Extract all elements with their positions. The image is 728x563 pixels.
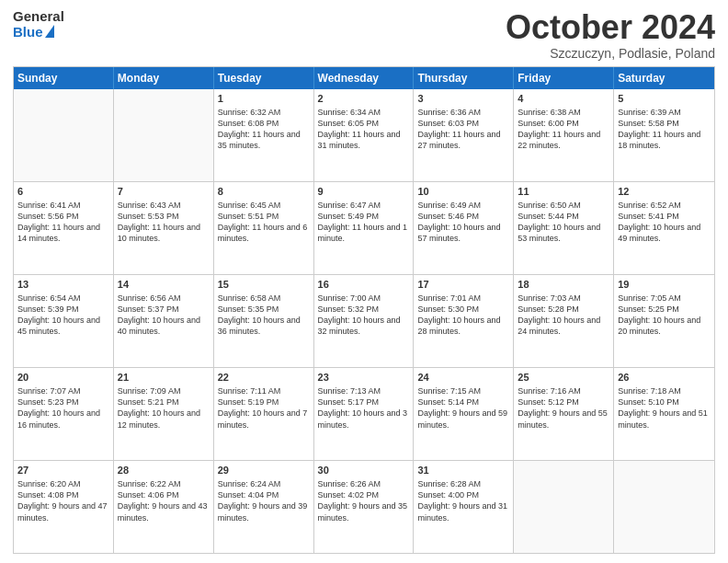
cell-info: Sunrise: 6:56 AM Sunset: 5:37 PM Dayligh… [118,293,210,338]
calendar-cell: 10Sunrise: 6:49 AM Sunset: 5:46 PM Dayli… [414,182,514,274]
calendar-cell: 6Sunrise: 6:41 AM Sunset: 5:56 PM Daylig… [14,182,114,274]
calendar-cell: 31Sunrise: 6:28 AM Sunset: 4:00 PM Dayli… [414,461,514,553]
cell-date-number: 3 [417,92,509,105]
calendar-cell: 12Sunrise: 6:52 AM Sunset: 5:41 PM Dayli… [614,182,714,274]
calendar-cell: 19Sunrise: 7:05 AM Sunset: 5:25 PM Dayli… [614,275,714,367]
calendar-cell: 21Sunrise: 7:09 AM Sunset: 5:21 PM Dayli… [114,368,214,460]
logo-general: General [13,9,64,25]
day-header-wednesday: Wednesday [314,67,415,89]
logo-box: General Blue [13,9,64,40]
cell-info: Sunrise: 7:03 AM Sunset: 5:28 PM Dayligh… [518,293,609,338]
day-header-thursday: Thursday [414,67,514,89]
calendar-cell: 14Sunrise: 6:56 AM Sunset: 5:37 PM Dayli… [114,275,214,367]
cell-info: Sunrise: 7:01 AM Sunset: 5:30 PM Dayligh… [417,293,509,338]
calendar-row-3: 20Sunrise: 7:07 AM Sunset: 5:23 PM Dayli… [14,367,714,460]
calendar-cell: 20Sunrise: 7:07 AM Sunset: 5:23 PM Dayli… [14,368,114,460]
cell-date-number: 13 [17,278,109,291]
cell-date-number: 28 [118,464,210,477]
cell-info: Sunrise: 6:28 AM Sunset: 4:00 PM Dayligh… [417,478,509,523]
cell-info: Sunrise: 7:07 AM Sunset: 5:23 PM Dayligh… [17,385,109,431]
cell-info: Sunrise: 6:34 AM Sunset: 6:05 PM Dayligh… [318,107,410,152]
cell-info: Sunrise: 7:11 AM Sunset: 5:19 PM Dayligh… [218,385,310,431]
cell-info: Sunrise: 6:36 AM Sunset: 6:03 PM Dayligh… [417,107,509,152]
calendar-row-4: 27Sunrise: 6:20 AM Sunset: 4:08 PM Dayli… [14,460,714,553]
cell-info: Sunrise: 6:49 AM Sunset: 5:46 PM Dayligh… [417,200,509,245]
cell-info: Sunrise: 6:52 AM Sunset: 5:41 PM Dayligh… [618,200,711,245]
calendar-cell: 16Sunrise: 7:00 AM Sunset: 5:32 PM Dayli… [314,275,415,367]
cell-date-number: 1 [218,92,310,105]
calendar: SundayMondayTuesdayWednesdayThursdayFrid… [13,66,715,554]
calendar-cell: 11Sunrise: 6:50 AM Sunset: 5:44 PM Dayli… [514,182,614,274]
cell-date-number: 5 [618,92,711,105]
cell-date-number: 16 [318,278,410,291]
calendar-cell: 24Sunrise: 7:15 AM Sunset: 5:14 PM Dayli… [414,368,514,460]
header: General Blue October 2024 Szczuczyn, Pod… [13,9,715,61]
calendar-cell: 7Sunrise: 6:43 AM Sunset: 5:53 PM Daylig… [114,182,214,274]
calendar-cell [514,461,614,553]
cell-date-number: 22 [218,371,310,384]
calendar-cell: 5Sunrise: 6:39 AM Sunset: 5:58 PM Daylig… [614,89,714,181]
cell-date-number: 14 [118,278,210,291]
cell-date-number: 23 [318,371,410,384]
calendar-cell: 27Sunrise: 6:20 AM Sunset: 4:08 PM Dayli… [14,461,114,553]
page: General Blue October 2024 Szczuczyn, Pod… [0,0,728,563]
logo-flag-icon [45,25,54,38]
cell-date-number: 6 [17,185,109,198]
calendar-cell: 29Sunrise: 6:24 AM Sunset: 4:04 PM Dayli… [214,461,314,553]
calendar-cell [614,461,714,553]
cell-date-number: 9 [318,185,410,198]
cell-date-number: 10 [417,185,509,198]
cell-date-number: 25 [518,371,609,384]
cell-date-number: 19 [618,278,711,291]
calendar-body: 1Sunrise: 6:32 AM Sunset: 6:08 PM Daylig… [14,89,714,553]
calendar-header: SundayMondayTuesdayWednesdayThursdayFrid… [14,67,714,89]
cell-date-number: 12 [618,185,711,198]
title-area: October 2024 Szczuczyn, Podlasie, Poland [506,9,715,61]
cell-date-number: 15 [218,278,310,291]
cell-info: Sunrise: 6:43 AM Sunset: 5:53 PM Dayligh… [118,200,210,245]
calendar-cell: 3Sunrise: 6:36 AM Sunset: 6:03 PM Daylig… [414,89,514,181]
calendar-row-1: 6Sunrise: 6:41 AM Sunset: 5:56 PM Daylig… [14,181,714,274]
cell-info: Sunrise: 7:18 AM Sunset: 5:10 PM Dayligh… [618,385,711,431]
calendar-cell: 18Sunrise: 7:03 AM Sunset: 5:28 PM Dayli… [514,275,614,367]
cell-info: Sunrise: 6:24 AM Sunset: 4:04 PM Dayligh… [218,478,310,523]
logo: General Blue [13,9,66,40]
cell-info: Sunrise: 6:22 AM Sunset: 4:06 PM Dayligh… [118,478,210,523]
calendar-cell: 4Sunrise: 6:38 AM Sunset: 6:00 PM Daylig… [514,89,614,181]
cell-date-number: 29 [218,464,310,477]
cell-date-number: 31 [417,464,509,477]
month-title: October 2024 [506,9,715,46]
cell-info: Sunrise: 6:54 AM Sunset: 5:39 PM Dayligh… [17,293,109,338]
calendar-row-0: 1Sunrise: 6:32 AM Sunset: 6:08 PM Daylig… [14,89,714,181]
cell-date-number: 24 [417,371,509,384]
logo-blue: Blue [13,25,64,40]
cell-info: Sunrise: 6:39 AM Sunset: 5:58 PM Dayligh… [618,107,711,152]
day-header-friday: Friday [514,67,614,89]
calendar-cell: 9Sunrise: 6:47 AM Sunset: 5:49 PM Daylig… [314,182,415,274]
location-subtitle: Szczuczyn, Podlasie, Poland [506,46,715,61]
cell-date-number: 17 [417,278,509,291]
cell-date-number: 21 [118,371,210,384]
calendar-cell: 26Sunrise: 7:18 AM Sunset: 5:10 PM Dayli… [614,368,714,460]
cell-date-number: 4 [518,92,609,105]
cell-date-number: 27 [17,464,109,477]
calendar-cell: 28Sunrise: 6:22 AM Sunset: 4:06 PM Dayli… [114,461,214,553]
cell-info: Sunrise: 6:32 AM Sunset: 6:08 PM Dayligh… [218,107,310,152]
cell-info: Sunrise: 6:20 AM Sunset: 4:08 PM Dayligh… [17,478,109,523]
calendar-cell [114,89,214,181]
cell-info: Sunrise: 6:47 AM Sunset: 5:49 PM Dayligh… [318,200,410,245]
cell-info: Sunrise: 6:45 AM Sunset: 5:51 PM Dayligh… [218,200,310,245]
calendar-cell: 30Sunrise: 6:26 AM Sunset: 4:02 PM Dayli… [314,461,415,553]
calendar-cell: 1Sunrise: 6:32 AM Sunset: 6:08 PM Daylig… [214,89,314,181]
calendar-row-2: 13Sunrise: 6:54 AM Sunset: 5:39 PM Dayli… [14,274,714,367]
calendar-cell: 23Sunrise: 7:13 AM Sunset: 5:17 PM Dayli… [314,368,415,460]
cell-date-number: 11 [518,185,609,198]
day-header-monday: Monday [114,67,214,89]
cell-date-number: 2 [318,92,410,105]
cell-date-number: 20 [17,371,109,384]
cell-info: Sunrise: 6:58 AM Sunset: 5:35 PM Dayligh… [218,293,310,338]
cell-info: Sunrise: 7:00 AM Sunset: 5:32 PM Dayligh… [318,293,410,338]
cell-info: Sunrise: 7:05 AM Sunset: 5:25 PM Dayligh… [618,293,711,338]
cell-info: Sunrise: 6:41 AM Sunset: 5:56 PM Dayligh… [17,200,109,245]
calendar-cell [14,89,114,181]
